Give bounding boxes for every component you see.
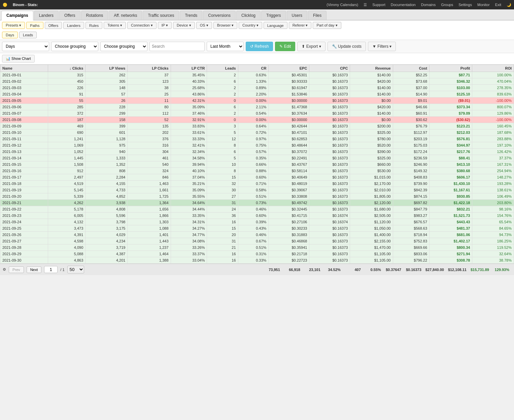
tab-files[interactable]: Files bbox=[308, 11, 327, 20]
table-row: 2021-09-30 4,863 4,201 1,388 33.04% 16 0… bbox=[0, 257, 514, 264]
show-chart-button[interactable]: 📊 Show Chart bbox=[2, 55, 35, 63]
row-lp-ctr: 34.77% bbox=[171, 232, 207, 238]
referer-button[interactable]: Referer ▾ bbox=[289, 22, 312, 29]
row-lp-views: 4,029 bbox=[85, 232, 128, 238]
per-page-select[interactable]: 50 bbox=[67, 266, 84, 273]
header-cr[interactable]: CR bbox=[238, 65, 269, 72]
grouping2-select[interactable]: Choose grouping bbox=[100, 42, 147, 51]
header-leads[interactable]: Leads bbox=[207, 65, 238, 72]
header-profit[interactable]: Profit bbox=[430, 65, 472, 72]
row-cr: 0.73% bbox=[238, 200, 269, 206]
tab-traffic-sources[interactable]: Traffic sources bbox=[143, 11, 179, 20]
row-epc: $0.40649 bbox=[269, 174, 309, 181]
tab-landers[interactable]: Landers bbox=[34, 11, 59, 20]
header-roi[interactable]: ROI bbox=[472, 65, 514, 72]
page-input[interactable] bbox=[44, 266, 58, 273]
tab-users[interactable]: Users bbox=[287, 11, 307, 20]
tab-rotations[interactable]: Rotations bbox=[81, 11, 108, 20]
header-revenue[interactable]: Revenue bbox=[350, 65, 393, 72]
domains-link[interactable]: Domains bbox=[421, 3, 436, 7]
grouping1-select[interactable]: Choose grouping bbox=[51, 42, 98, 51]
row-lp-views: 4,234 bbox=[85, 238, 128, 244]
tab-conversions[interactable]: Conversions bbox=[203, 11, 236, 20]
tokens-button[interactable]: Tokens ▾ bbox=[104, 22, 126, 29]
row-profit: $79.09 bbox=[430, 110, 472, 117]
row-clicks: 1,241 bbox=[48, 136, 85, 142]
row-clicks: 5,339 bbox=[48, 193, 85, 200]
row-leads: 5 bbox=[207, 129, 238, 136]
part-of-day-button[interactable]: Part of day ▾ bbox=[313, 22, 341, 29]
header-lp-views[interactable]: LP Views bbox=[85, 65, 128, 72]
row-cr: 0.00% bbox=[238, 117, 269, 123]
date-range-select[interactable]: Last Month bbox=[207, 42, 244, 51]
monitor-link[interactable]: Monitor bbox=[477, 3, 490, 7]
tab-campaigns[interactable]: Campaigns bbox=[1, 11, 33, 21]
row-clicks: 690 bbox=[48, 129, 85, 136]
tab-clicklog[interactable]: Clicklog bbox=[236, 11, 261, 20]
sub-toolbar: Presets ▾ Paths Offers Landers Rules Tok… bbox=[0, 21, 514, 40]
row-leads: 0 bbox=[207, 117, 238, 123]
filters-button[interactable]: ▼ Filters ▾ bbox=[368, 42, 396, 51]
theme-toggle[interactable]: 🌙 bbox=[507, 3, 511, 7]
paths-button[interactable]: Paths bbox=[26, 22, 43, 29]
top-bar: 🟡 Binom - Stats: (Vimmy Calendars) ☰ Sup… bbox=[0, 0, 514, 9]
row-date: 2021-09-03 bbox=[0, 85, 48, 91]
table-row: 2021-09-13 1,052 940 304 32.34% 6 0.57% … bbox=[0, 149, 514, 155]
export-button[interactable]: ⬆ Export ▾ bbox=[297, 42, 325, 51]
ip-button[interactable]: IP ▾ bbox=[158, 22, 172, 29]
edit-button[interactable]: ✎ Edit bbox=[275, 42, 295, 51]
row-roi: 65.54% bbox=[472, 219, 514, 225]
row-roi: 119.52% bbox=[472, 244, 514, 251]
connection-button[interactable]: Connection ▾ bbox=[127, 22, 157, 29]
row-cost: $9.01 bbox=[393, 98, 429, 104]
support-link[interactable]: Support bbox=[372, 3, 385, 7]
row-epc: $0.30233 bbox=[269, 225, 309, 232]
leads-button[interactable]: Leads bbox=[19, 32, 37, 38]
next-button[interactable]: Next bbox=[27, 266, 42, 273]
groups-link[interactable]: Groups bbox=[441, 3, 453, 7]
row-cost: $697.82 bbox=[393, 200, 429, 206]
header-epc[interactable]: EPC bbox=[269, 65, 309, 72]
landers-button[interactable]: Landers bbox=[63, 22, 84, 29]
header-name[interactable]: Name bbox=[0, 65, 48, 72]
row-date: 2021-09-25 bbox=[0, 225, 48, 232]
tab-triggers[interactable]: Triggers bbox=[261, 11, 286, 20]
row-revenue: $1,105.00 bbox=[350, 251, 393, 257]
offers-button[interactable]: Offers bbox=[45, 22, 62, 29]
row-cost: $833.06 bbox=[393, 251, 429, 257]
device-button[interactable]: Device ▾ bbox=[173, 22, 195, 29]
os-button[interactable]: OS ▾ bbox=[196, 22, 212, 29]
presets-button[interactable]: Presets ▾ bbox=[2, 22, 25, 29]
top-nav-icon[interactable]: ☰ bbox=[364, 3, 367, 7]
header-clicks[interactable]: ↓ Clicks bbox=[48, 65, 85, 72]
rules-button[interactable]: Rules bbox=[85, 22, 102, 29]
row-date: 2021-09-24 bbox=[0, 219, 48, 225]
search-input[interactable] bbox=[149, 42, 205, 51]
table-row: 2021-09-16 912 808 324 40.10% 8 0.88% $0… bbox=[0, 168, 514, 174]
settings-link[interactable]: Settings bbox=[458, 3, 472, 7]
browser-button[interactable]: Browser ▾ bbox=[213, 22, 237, 29]
gear-icon[interactable]: ⚙ bbox=[3, 267, 6, 272]
row-cr: 0.67% bbox=[238, 238, 269, 244]
header-cpc[interactable]: CPC bbox=[309, 65, 350, 72]
country-button[interactable]: Country ▾ bbox=[239, 22, 262, 29]
row-lp-clicks: 38 bbox=[128, 85, 171, 91]
refresh-button[interactable]: ↺ Refresh bbox=[246, 42, 273, 51]
exit-link[interactable]: Exit bbox=[495, 3, 501, 7]
header-cost[interactable]: Cost bbox=[393, 65, 429, 72]
prev-button[interactable]: Prev bbox=[9, 266, 24, 273]
row-lp-clicks: 123 bbox=[128, 78, 171, 85]
update-costs-button[interactable]: 🔧 Update costs bbox=[328, 42, 366, 51]
language-button[interactable]: Language bbox=[264, 22, 287, 29]
header-lp-clicks[interactable]: LP Clicks bbox=[128, 65, 171, 72]
tab-trends[interactable]: Trends bbox=[180, 11, 202, 20]
row-lp-ctr: 35.09% bbox=[171, 187, 207, 193]
documentation-link[interactable]: Documentation bbox=[391, 3, 416, 7]
row-cpc: $0.16374 bbox=[309, 219, 350, 225]
row-profit: $1,521.73 bbox=[430, 213, 472, 219]
days-button[interactable]: Days bbox=[2, 32, 18, 38]
tab-aff-networks[interactable]: Aff. networks bbox=[109, 11, 142, 20]
header-lp-ctr[interactable]: LP CTR bbox=[171, 65, 207, 72]
day-select[interactable]: Days bbox=[2, 42, 49, 51]
tab-offers[interactable]: Offers bbox=[59, 11, 80, 20]
